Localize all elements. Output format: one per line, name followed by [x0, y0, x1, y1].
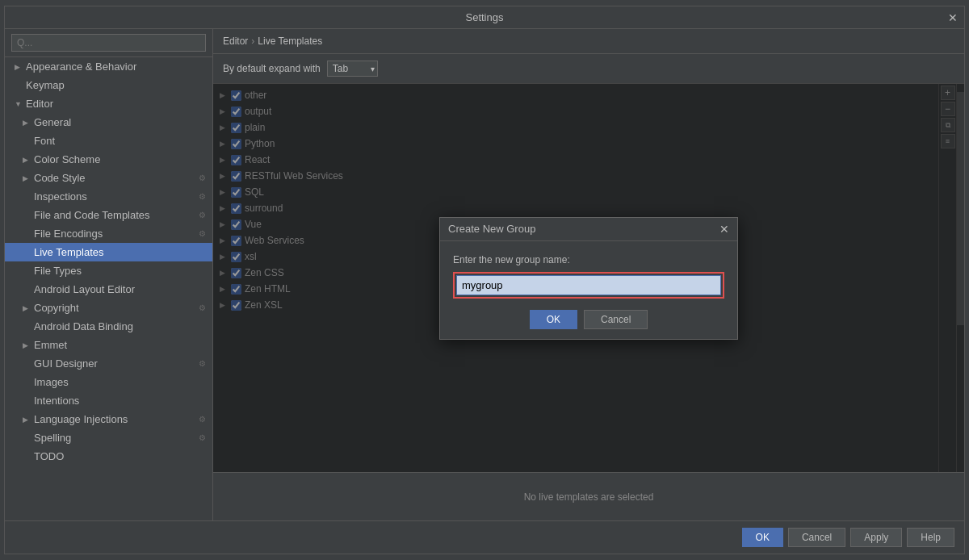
close-button[interactable]: ✕	[948, 11, 958, 24]
expand-arrow-icon: ▼	[15, 100, 23, 108]
modal-input-wrapper	[453, 272, 724, 299]
breadcrumb-live-templates: Live Templates	[258, 36, 322, 47]
group-name-input[interactable]	[456, 275, 721, 295]
sidebar-item-label: TODO	[34, 450, 64, 462]
modal-title-bar: Create New Group ✕	[440, 218, 737, 241]
expand-arrow-icon: ▶	[23, 304, 31, 312]
sidebar-item-keymap[interactable]: Keymap	[5, 76, 212, 94]
main-panel: Editor › Live Templates By default expan…	[213, 29, 964, 520]
breadcrumb-editor: Editor	[223, 36, 248, 47]
sidebar-item-todo[interactable]: TODO	[5, 447, 212, 466]
sidebar-item-label: Intentions	[34, 395, 79, 407]
sidebar-item-label: Color Scheme	[34, 153, 100, 165]
sidebar-item-android-data[interactable]: Android Data Binding	[5, 317, 212, 336]
sidebar-badge: ⚙	[199, 211, 206, 219]
sidebar-item-intentions[interactable]: Intentions	[5, 391, 212, 410]
expand-arrow-icon: ▶	[23, 341, 31, 349]
expand-arrow-icon: ▶	[23, 416, 31, 424]
apply-button[interactable]: Apply	[850, 528, 902, 547]
sidebar-item-label: Inspections	[34, 190, 87, 203]
expand-label: By default expand with	[223, 63, 321, 74]
sidebar-item-file-encodings[interactable]: File Encodings⚙	[5, 224, 212, 243]
sidebar-item-android-layout[interactable]: Android Layout Editor	[5, 280, 212, 299]
expand-arrow-icon: ▶	[15, 63, 23, 71]
help-button[interactable]: Help	[907, 528, 954, 547]
sidebar-item-label: General	[34, 116, 71, 128]
sidebar-item-label: Android Data Binding	[34, 320, 133, 332]
window-title: Settings	[466, 11, 504, 23]
sidebar-items: ▶Appearance & BehaviorKeymap▼Editor▶Gene…	[5, 57, 212, 466]
settings-window: Settings ✕ ▶Appearance & BehaviorKeymap▼…	[4, 6, 965, 554]
sidebar-item-label: Images	[34, 376, 69, 388]
sidebar-badge: ⚙	[199, 303, 206, 312]
sidebar-item-label: Copyright	[34, 302, 79, 314]
sidebar-item-file-types[interactable]: File Types	[5, 261, 212, 280]
modal-cancel-button[interactable]: Cancel	[584, 310, 648, 329]
sidebar-badge: ⚙	[199, 173, 206, 182]
sidebar-item-label: Emmet	[34, 339, 67, 351]
sidebar-item-label: Spelling	[34, 432, 71, 444]
expand-row: By default expand with Tab Enter Space ▾	[213, 54, 964, 84]
sidebar-item-emmet[interactable]: ▶Emmet	[5, 336, 212, 354]
sidebar-item-label: Font	[34, 135, 55, 147]
sidebar-item-lang-injections[interactable]: ▶Language Injections⚙	[5, 410, 212, 428]
sidebar-item-label: Code Style	[34, 172, 86, 184]
sidebar-item-label: Keymap	[26, 79, 65, 91]
bottom-status-panel: No live templates are selected	[213, 472, 964, 520]
expand-dropdown-wrapper: Tab Enter Space ▾	[327, 61, 378, 77]
sidebar: ▶Appearance & BehaviorKeymap▼Editor▶Gene…	[5, 29, 213, 520]
sidebar-item-code-style[interactable]: ▶Code Style⚙	[5, 169, 212, 187]
sidebar-item-inspections[interactable]: Inspections⚙	[5, 187, 212, 206]
sidebar-item-label: Language Injections	[34, 413, 128, 425]
sidebar-item-copyright[interactable]: ▶Copyright⚙	[5, 299, 212, 317]
modal-title: Create New Group	[448, 223, 535, 235]
sidebar-item-label: File Encodings	[34, 228, 103, 240]
expand-arrow-icon: ▶	[23, 119, 31, 127]
expand-arrow-icon: ▶	[23, 174, 31, 182]
breadcrumb-separator: ›	[251, 36, 254, 47]
ok-button[interactable]: OK	[742, 528, 783, 547]
sidebar-item-label: Appearance & Behavior	[26, 61, 136, 73]
title-bar: Settings ✕	[5, 6, 964, 29]
footer-buttons: OK Cancel Apply Help	[5, 520, 964, 554]
sidebar-item-editor[interactable]: ▼Editor	[5, 94, 212, 113]
modal-overlay: Create New Group ✕ Enter the new group n…	[213, 84, 964, 472]
search-input[interactable]	[11, 34, 206, 52]
sidebar-badge: ⚙	[199, 192, 206, 201]
sidebar-item-color-scheme[interactable]: ▶Color Scheme	[5, 150, 212, 169]
sidebar-badge: ⚙	[199, 359, 206, 368]
sidebar-badge: ⚙	[199, 433, 206, 442]
sidebar-item-label: File Types	[34, 265, 82, 277]
sidebar-item-label: Editor	[26, 98, 53, 110]
sidebar-badge: ⚙	[199, 229, 206, 238]
create-new-group-dialog: Create New Group ✕ Enter the new group n…	[439, 217, 738, 340]
sidebar-item-images[interactable]: Images	[5, 373, 212, 391]
sidebar-item-live-templates[interactable]: Live Templates	[5, 243, 212, 261]
sidebar-item-label: GUI Designer	[34, 357, 98, 370]
sidebar-badge: ⚙	[199, 415, 206, 424]
sidebar-item-font[interactable]: Font	[5, 132, 212, 150]
sidebar-item-file-code-templates[interactable]: File and Code Templates⚙	[5, 206, 212, 224]
sidebar-item-label: File and Code Templates	[34, 209, 150, 221]
modal-label: Enter the new group name:	[453, 254, 724, 265]
sidebar-item-spelling[interactable]: Spelling⚙	[5, 428, 212, 447]
breadcrumb: Editor › Live Templates	[213, 29, 964, 54]
expand-arrow-icon: ▶	[23, 156, 31, 164]
modal-close-button[interactable]: ✕	[719, 223, 729, 236]
modal-buttons: OK Cancel	[453, 310, 724, 329]
cancel-button[interactable]: Cancel	[788, 528, 845, 547]
sidebar-item-gui-designer[interactable]: GUI Designer⚙	[5, 354, 212, 373]
sidebar-item-general[interactable]: ▶General	[5, 113, 212, 132]
modal-ok-button[interactable]: OK	[530, 310, 577, 329]
search-box	[5, 29, 212, 57]
content-area: ▶ other ▶ output ▶ plain ▶ Python ▶ Reac…	[213, 84, 964, 472]
expand-dropdown[interactable]: Tab Enter Space	[327, 61, 378, 77]
sidebar-item-appearance[interactable]: ▶Appearance & Behavior	[5, 57, 212, 76]
status-text: No live templates are selected	[524, 491, 654, 503]
modal-body: Enter the new group name: OK Cancel	[440, 241, 737, 339]
sidebar-item-label: Live Templates	[34, 246, 103, 258]
sidebar-item-label: Android Layout Editor	[34, 283, 135, 295]
